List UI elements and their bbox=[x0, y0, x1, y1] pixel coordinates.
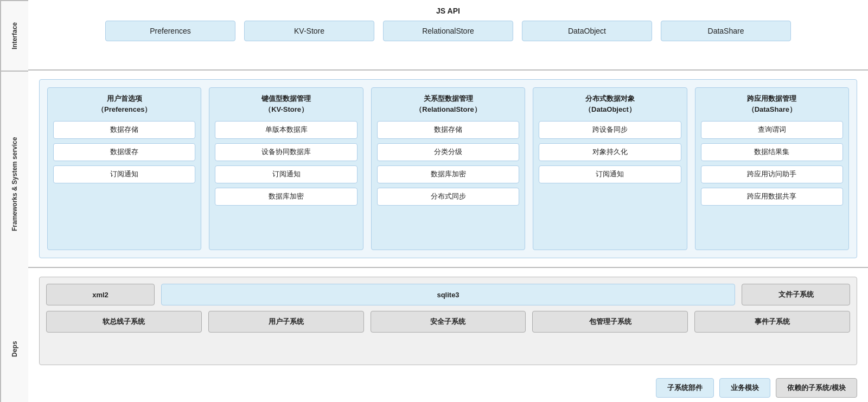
fw-column-kvstore: 键值型数据管理（KV-Store） 单版本数据库 设备协同数据库 订阅通知 数据… bbox=[209, 87, 363, 250]
fw-item: 数据结果集 bbox=[701, 143, 843, 161]
section-deps: xml2 sqlite3 文件子系统 软总线子系统 用户子系统 bbox=[28, 268, 868, 374]
legend-subsystem: 子系统部件 bbox=[656, 378, 714, 398]
fw-item: 设备协同数据库 bbox=[215, 143, 357, 161]
fw-column-datashare: 跨应用数据管理（DataShare） 查询谓词 数据结果集 跨应用访问助手 跨应… bbox=[695, 87, 849, 250]
section-frameworks: 用户首选项（Preferences） 数据存储 数据缓存 订阅通知 键值型数据管… bbox=[28, 71, 868, 268]
js-api-title: JS API bbox=[436, 7, 460, 15]
deps-row-2: 软总线子系统 用户子系统 安全子系统 包管理子系统 事件子系统 bbox=[46, 311, 850, 333]
label-frameworks: Frameworks & System service bbox=[0, 71, 28, 296]
api-box-preferences: Preferences bbox=[105, 21, 235, 41]
fw-item: 跨应用访问助手 bbox=[701, 165, 843, 183]
dep-event: 事件子系统 bbox=[694, 311, 850, 333]
dep-sqlite3: sqlite3 bbox=[161, 284, 735, 305]
fw-item: 订阅通知 bbox=[215, 165, 357, 183]
fw-item: 数据存储 bbox=[53, 121, 195, 139]
fw-item: 跨应用数据共享 bbox=[701, 188, 843, 206]
dep-security: 安全子系统 bbox=[371, 311, 526, 333]
fw-item: 查询谓词 bbox=[701, 121, 843, 139]
fw-item: 跨设备同步 bbox=[539, 121, 681, 139]
fw-item: 对象持久化 bbox=[539, 143, 681, 161]
section-interface: JS API Preferences KV-Store RelationalSt… bbox=[28, 0, 868, 71]
dep-soft: 软总线子系统 bbox=[46, 311, 202, 333]
dep-file: 文件子系统 bbox=[742, 284, 850, 305]
fw-header-2: 关系型数据管理（RelationalStore） bbox=[377, 93, 519, 114]
legend-row: 子系统部件 业务模块 依赖的子系统/模块 bbox=[28, 374, 868, 402]
dep-user: 用户子系统 bbox=[208, 311, 364, 333]
fw-item: 分布式同步 bbox=[377, 188, 519, 206]
api-box-relationalstore: RelationalStore bbox=[383, 21, 513, 41]
dep-pkg: 包管理子系统 bbox=[532, 311, 688, 333]
label-deps: Deps bbox=[0, 296, 28, 402]
right-content: JS API Preferences KV-Store RelationalSt… bbox=[28, 0, 868, 402]
dep-xml2: xml2 bbox=[46, 284, 155, 305]
fw-header-4: 跨应用数据管理（DataShare） bbox=[701, 93, 843, 114]
deps-row-1: xml2 sqlite3 文件子系统 bbox=[46, 284, 850, 305]
legend-deps-label: 依赖的子系统/模块 bbox=[776, 378, 857, 398]
fw-column-preferences: 用户首选项（Preferences） 数据存储 数据缓存 订阅通知 bbox=[47, 87, 201, 250]
fw-item: 分类分级 bbox=[377, 143, 519, 161]
frameworks-inner: 用户首选项（Preferences） 数据存储 数据缓存 订阅通知 键值型数据管… bbox=[39, 79, 857, 258]
fw-item: 订阅通知 bbox=[53, 165, 195, 183]
fw-column-dataobject: 分布式数据对象（DataObject） 跨设备同步 对象持久化 订阅通知 bbox=[533, 87, 687, 250]
legend-business: 业务模块 bbox=[719, 378, 770, 398]
api-box-dataobject: DataObject bbox=[522, 21, 652, 41]
fw-header-3: 分布式数据对象（DataObject） bbox=[539, 93, 681, 114]
api-boxes: Preferences KV-Store RelationalStore Dat… bbox=[39, 21, 857, 41]
fw-item: 数据存储 bbox=[377, 121, 519, 139]
fw-header-0: 用户首选项（Preferences） bbox=[53, 93, 195, 114]
fw-item: 数据库加密 bbox=[377, 165, 519, 183]
fw-item: 数据缓存 bbox=[53, 143, 195, 161]
api-box-kvstore: KV-Store bbox=[244, 21, 374, 41]
fw-header-1: 键值型数据管理（KV-Store） bbox=[215, 93, 357, 114]
left-labels: Interface Frameworks & System service De… bbox=[0, 0, 28, 402]
fw-item: 订阅通知 bbox=[539, 165, 681, 183]
api-box-datashare: DataShare bbox=[661, 21, 791, 41]
label-interface: Interface bbox=[0, 0, 28, 71]
fw-item: 数据库加密 bbox=[215, 188, 357, 206]
main-layout: Interface Frameworks & System service De… bbox=[0, 0, 868, 402]
fw-column-relationalstore: 关系型数据管理（RelationalStore） 数据存储 分类分级 数据库加密… bbox=[371, 87, 525, 250]
deps-inner: xml2 sqlite3 文件子系统 软总线子系统 用户子系统 bbox=[39, 277, 857, 365]
fw-item: 单版本数据库 bbox=[215, 121, 357, 139]
